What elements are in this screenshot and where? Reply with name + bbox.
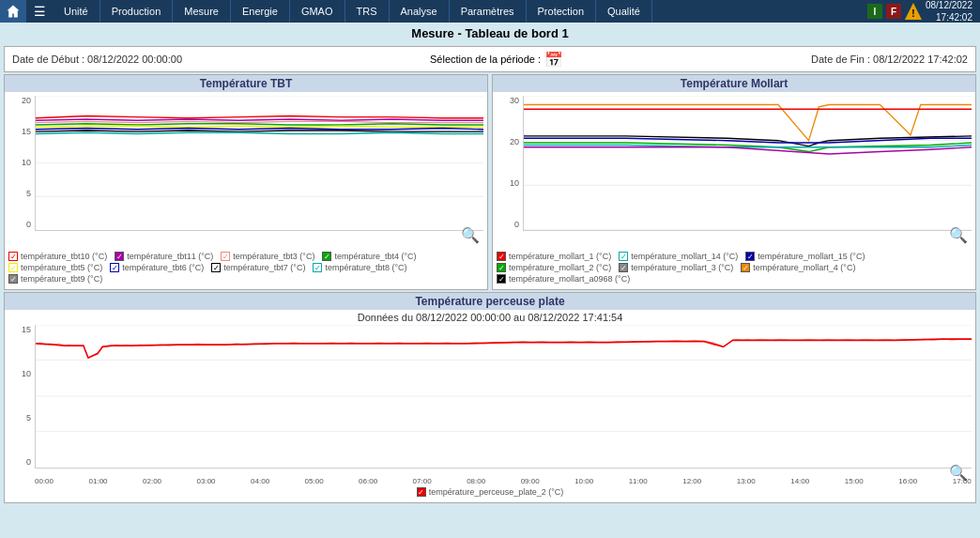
mollart-chart-title: Température Mollart — [493, 75, 975, 92]
nav-item-qualite[interactable]: Qualité — [596, 0, 652, 23]
mollart-legend: ✓ température_mollart_1 (°C) ✓ températu… — [497, 250, 972, 285]
mollart-zoom-icon[interactable]: 🔍 — [949, 226, 968, 244]
nav-item-parametres[interactable]: Paramètres — [450, 0, 527, 23]
legend-mollart15-check[interactable]: ✓ — [745, 252, 755, 261]
legend-tbt3: ✓ température_tbt3 (°C) — [221, 252, 314, 261]
mollart-chart-area: 3020100 — [497, 96, 972, 248]
legend-tbt4: ✓ température_tbt4 (°C) — [322, 252, 416, 261]
period-select: Sélection de la période : 📅 — [430, 51, 563, 69]
menu-burger-button[interactable]: ☰ — [26, 0, 53, 23]
nav-item-trs[interactable]: TRS — [345, 0, 390, 23]
tbt-zoom-icon[interactable]: 🔍 — [461, 226, 480, 244]
legend-mollart14-check[interactable]: ✓ — [619, 252, 628, 261]
nav-item-gmao[interactable]: GMAO — [290, 0, 345, 23]
perceuse-zoom-icon[interactable]: 🔍 — [949, 464, 968, 482]
nav-items: Unité Production Mesure Energie GMAO TRS… — [53, 0, 867, 23]
legend-tbt8-check[interactable]: ✓ — [313, 263, 322, 272]
legend-tbt3-check[interactable]: ✓ — [221, 252, 230, 261]
legend-tbt6-check[interactable]: ✓ — [110, 263, 119, 272]
perceuse-plot-area — [35, 325, 972, 469]
home-button[interactable] — [0, 0, 26, 23]
legend-tbt8: ✓ température_tbt8 (°C) — [313, 263, 406, 272]
legend-mollart15: ✓ température_mollart_15 (°C) — [745, 252, 865, 261]
tbt-chart-title: Température TBT — [5, 75, 487, 92]
legend-perceuse: ✓ température_perceuse_plate_2 (°C) — [417, 487, 564, 497]
legend-tbt5-check[interactable]: ✓ — [8, 263, 18, 272]
nav-datetime: 08/12/2022 17:42:02 — [926, 0, 972, 23]
perceuse-chart-area: 151050 00:0001:0002:0003:0004:0005:0006:… — [8, 325, 972, 485]
perceuse-y-axis: 151050 — [8, 325, 35, 467]
legend-mollart-a0968: ✓ température_mollart_a0968 (°C) — [497, 274, 630, 284]
calendar-icon[interactable]: 📅 — [544, 51, 563, 69]
legend-mollarta0968-check[interactable]: ✓ — [497, 274, 506, 284]
tbt-legend: ✓ température_tbt10 (°C) ✓ température_t… — [8, 250, 483, 285]
legend-mollart4-check[interactable]: ✓ — [741, 263, 750, 272]
mollart-chart-panel: Température Mollart 3020100 — [492, 74, 976, 290]
nav-right-icons: I F ! 08/12/2022 17:42:02 — [867, 0, 980, 23]
legend-tbt10: ✓ température_tbt10 (°C) — [8, 252, 107, 261]
mollart-plot-area — [523, 96, 972, 231]
perceuse-chart-panel: Température perceuse plate Données du 08… — [4, 292, 976, 503]
legend-mollart3: ✓ température_mollart_3 (°C) — [619, 263, 733, 272]
legend-tbt10-check[interactable]: ✓ — [8, 252, 18, 261]
tbt-plot-area — [35, 96, 483, 231]
legend-perceuse-check[interactable]: ✓ — [417, 487, 426, 497]
mollart-y-axis: 3020100 — [497, 96, 523, 229]
nav-item-protection[interactable]: Protection — [527, 0, 597, 23]
legend-tbt11: ✓ température_tbt11 (°C) — [115, 252, 213, 261]
legend-mollart1: ✓ température_mollart_1 (°C) — [497, 252, 611, 261]
warning-icon: ! — [905, 3, 922, 20]
perceuse-chart-subtitle: Données du 08/12/2022 00:00:00 au 08/12/… — [8, 312, 972, 323]
i-status-icon: I — [867, 4, 882, 19]
perceuse-x-axis: 00:0001:0002:0003:0004:0005:0006:0007:00… — [35, 477, 972, 485]
legend-tbt7-check[interactable]: ✓ — [211, 263, 221, 272]
legend-mollart14: ✓ température_mollart_14 (°C) — [619, 252, 738, 261]
nav-item-mesure[interactable]: Mesure — [173, 0, 231, 23]
f-status-icon: F — [886, 4, 901, 19]
legend-tbt9-check[interactable]: ✓ — [8, 274, 18, 284]
legend-tbt4-check[interactable]: ✓ — [322, 252, 331, 261]
legend-mollart2: ✓ température_mollart_2 (°C) — [497, 263, 611, 272]
page-title: Mesure - Tableau de bord 1 — [0, 23, 980, 44]
perceuse-chart-title: Température perceuse plate — [5, 293, 975, 310]
nav-item-energie[interactable]: Energie — [231, 0, 290, 23]
perceuse-legend: ✓ température_perceuse_plate_2 (°C) — [8, 485, 972, 499]
legend-tbt11-check[interactable]: ✓ — [115, 252, 124, 261]
tbt-chart-area: 20151050 — [8, 96, 483, 248]
nav-item-production[interactable]: Production — [100, 0, 174, 23]
legend-mollart1-check[interactable]: ✓ — [497, 252, 506, 261]
legend-tbt9: ✓ température_tbt9 (°C) — [8, 274, 102, 284]
legend-tbt7: ✓ température_tbt7 (°C) — [211, 263, 305, 272]
start-date-label: Date de Début : 08/12/2022 00:00:00 — [12, 54, 182, 65]
legend-mollart2-check[interactable]: ✓ — [497, 263, 506, 272]
legend-mollart3-check[interactable]: ✓ — [619, 263, 628, 272]
top-navigation: ☰ Unité Production Mesure Energie GMAO T… — [0, 0, 980, 23]
nav-item-unite[interactable]: Unité — [53, 0, 100, 23]
tbt-y-axis: 20151050 — [8, 96, 35, 229]
period-label: Sélection de la période : — [430, 54, 541, 65]
legend-tbt6: ✓ température_tbt6 (°C) — [110, 263, 204, 272]
legend-tbt5: ✓ température_tbt5 (°C) — [8, 263, 102, 272]
end-date-label: Date de Fin : 08/12/2022 17:42:02 — [811, 54, 968, 65]
top-charts-container: Température TBT 20151050 — [4, 74, 976, 290]
date-bar: Date de Début : 08/12/2022 00:00:00 Séle… — [4, 46, 976, 72]
tbt-chart-panel: Température TBT 20151050 — [4, 74, 488, 290]
legend-mollart4: ✓ température_mollart_4 (°C) — [741, 263, 855, 272]
nav-item-analyse[interactable]: Analyse — [390, 0, 450, 23]
